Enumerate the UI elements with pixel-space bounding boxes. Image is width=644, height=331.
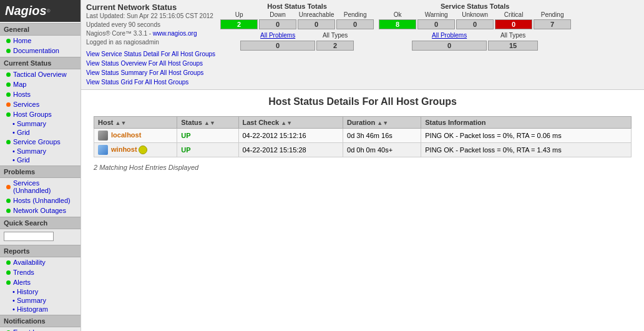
host-status-totals: Host Status Totals Up Down Unreachable P…: [220, 2, 374, 51]
services-link[interactable]: Services: [13, 101, 39, 108]
svc-val-pending[interactable]: 7: [534, 19, 571, 29]
col-duration: Duration ▲▼: [343, 117, 421, 129]
svc-problems-val[interactable]: 0: [412, 41, 487, 51]
sidebar-item-alerts-history[interactable]: • History: [0, 287, 80, 296]
view-status-summary[interactable]: View Status Summary For All Host Groups: [86, 68, 215, 77]
logged-in: Logged in as nagiosadmin: [86, 38, 215, 47]
dot-icon: [6, 199, 11, 203]
sidebar-item-host-groups[interactable]: Host Groups: [0, 109, 80, 119]
sidebar-item-availability[interactable]: Availability: [0, 257, 80, 267]
alerts-link[interactable]: Alerts: [13, 279, 31, 286]
sidebar-item-network-outages[interactable]: Network Outages: [0, 205, 80, 215]
sidebar-item-hosts[interactable]: Hosts: [0, 89, 80, 99]
sidebar-item-alerts[interactable]: Alerts: [0, 277, 80, 287]
host-val-down[interactable]: 0: [259, 19, 296, 29]
logo-text: Nagios: [5, 4, 47, 18]
sidebar-item-home[interactable]: Home: [0, 36, 80, 46]
host-type-icon: [98, 145, 108, 155]
view-service-status-detail[interactable]: View Service Status Detail For All Host …: [86, 49, 215, 59]
host-header-pending: Pending: [336, 11, 374, 18]
host-types-val[interactable]: 2: [316, 41, 354, 51]
svc-all-types-label: All Types: [488, 32, 538, 39]
sidebar-item-service-groups-grid[interactable]: • Grid: [0, 156, 80, 164]
host-groups-summary-link[interactable]: • Summary: [12, 120, 46, 127]
sidebar-item-map[interactable]: Map: [0, 79, 80, 89]
network-status-block: Current Network Status Last Updated: Sun…: [86, 2, 215, 87]
svc-val-unknown[interactable]: 0: [456, 19, 494, 29]
sidebar-item-trends[interactable]: Trends: [0, 267, 80, 277]
status-links: View Service Status Detail For All Host …: [86, 49, 215, 87]
search-input[interactable]: [4, 232, 54, 241]
availability-link[interactable]: Availability: [13, 259, 46, 266]
host-val-unreachable[interactable]: 0: [298, 19, 335, 29]
sidebar-item-event-log[interactable]: Event Log: [0, 327, 80, 331]
host-link[interactable]: winhost: [111, 146, 137, 153]
dot-icon: [6, 140, 11, 144]
sort-icon-last-check[interactable]: ▲▼: [281, 120, 292, 126]
dot-icon: [6, 185, 11, 189]
network-outages-link[interactable]: Network Outages: [13, 207, 66, 214]
trends-link[interactable]: Trends: [13, 269, 34, 276]
sidebar-item-services[interactable]: Services: [0, 99, 80, 109]
host-val-up[interactable]: 2: [220, 19, 258, 29]
host-header-unreachable: Unreachable: [298, 11, 335, 18]
svc-all-problems-link[interactable]: All Problems: [412, 32, 487, 39]
sort-icon-host[interactable]: ▲▼: [115, 120, 127, 126]
sidebar-item-service-groups[interactable]: Service Groups: [0, 137, 80, 147]
host-all-problems-link[interactable]: All Problems: [240, 32, 315, 39]
alerts-histogram-link[interactable]: • Histogram: [12, 305, 48, 313]
svc-val-critical[interactable]: 0: [495, 19, 532, 29]
svc-header-unknown: Unknown: [456, 11, 494, 18]
documentation-link[interactable]: Documentation: [13, 47, 59, 54]
host-link[interactable]: localhost: [111, 131, 141, 139]
host-val-pending[interactable]: 0: [336, 19, 374, 29]
cell-host: winhost: [94, 143, 177, 157]
quick-search-area: [0, 229, 80, 244]
svc-val-ok[interactable]: 8: [379, 19, 416, 29]
host-table: Host ▲▼ Status ▲▼ Last Check ▲▼ Duration…: [94, 116, 632, 157]
logo-area: Nagios®: [0, 0, 80, 22]
update-interval: Updated every 90 seconds: [86, 21, 215, 29]
table-row: winhost UP 04-22-2012 15:15:28 0d 0h 0m …: [94, 143, 632, 157]
last-updated: Last Updated: Sun Apr 22 15:16:05 CST 20…: [86, 12, 215, 21]
hosts-unhandled-link[interactable]: Hosts (Unhandled): [13, 197, 71, 204]
alerts-summary-link[interactable]: • Summary: [12, 297, 46, 304]
cell-duration: 0d 0h 0m 40s+: [343, 143, 421, 157]
service-groups-grid-link[interactable]: • Grid: [12, 156, 30, 164]
sidebar-item-services-unhandled[interactable]: Services (Unhandled): [0, 178, 80, 195]
sidebar-item-service-groups-summary[interactable]: • Summary: [0, 147, 80, 156]
svc-val-warning[interactable]: 0: [417, 19, 455, 29]
view-status-overview[interactable]: View Status Overview For All Host Groups: [86, 59, 215, 68]
services-unhandled-link[interactable]: Services (Unhandled): [13, 179, 77, 194]
view-status-grid[interactable]: View Status Grid For All Host Groups: [86, 77, 215, 87]
alerts-history-link[interactable]: • History: [12, 288, 38, 295]
tactical-overview-link[interactable]: Tactical Overview: [13, 71, 67, 78]
service-groups-link[interactable]: Service Groups: [13, 138, 61, 146]
sidebar-item-alerts-histogram[interactable]: • Histogram: [0, 305, 80, 314]
sidebar-item-hosts-unhandled[interactable]: Hosts (Unhandled): [0, 195, 80, 205]
sort-icon-status[interactable]: ▲▼: [204, 120, 215, 126]
cursor-icon: [139, 146, 147, 154]
host-problems-val[interactable]: 0: [240, 41, 315, 51]
nagios-url[interactable]: www.nagios.org: [153, 30, 197, 37]
host-groups-link[interactable]: Host Groups: [13, 111, 52, 118]
svc-types-val[interactable]: 15: [488, 41, 538, 51]
host-totals-title: Host Status Totals: [220, 2, 374, 10]
event-log-link[interactable]: Event Log: [13, 329, 44, 331]
sidebar-item-host-groups-grid[interactable]: • Grid: [0, 128, 80, 137]
hosts-link[interactable]: Hosts: [13, 91, 31, 98]
host-groups-grid-link[interactable]: • Grid: [12, 129, 30, 136]
service-groups-summary-link[interactable]: • Summary: [12, 147, 46, 155]
svc-header-ok: Ok: [379, 11, 416, 18]
sort-icon-duration[interactable]: ▲▼: [377, 120, 388, 126]
cell-last-check: 04-22-2012 15:15:28: [238, 143, 343, 157]
sidebar-item-tactical-overview[interactable]: Tactical Overview: [0, 69, 80, 79]
sidebar-item-host-groups-summary[interactable]: • Summary: [0, 119, 80, 128]
cell-info: PING OK - Packet loss = 0%, RTA = 1.43 m…: [421, 143, 632, 157]
col-status-info: Status Information: [421, 117, 632, 129]
map-link[interactable]: Map: [13, 81, 26, 88]
home-link[interactable]: Home: [13, 37, 31, 44]
sidebar-item-documentation[interactable]: Documentation: [0, 46, 80, 56]
sidebar-item-alerts-summary[interactable]: • Summary: [0, 296, 80, 305]
dot-icon: [6, 82, 11, 87]
